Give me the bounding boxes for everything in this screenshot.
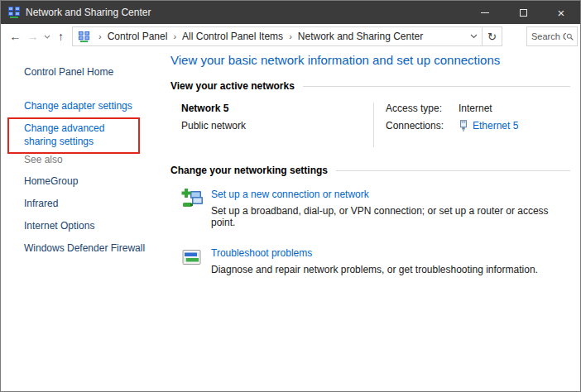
back-button[interactable]: ←	[7, 30, 24, 43]
crumb-separator-icon: ›	[289, 31, 292, 41]
breadcrumb-item-all-items[interactable]: All Control Panel Items	[182, 31, 283, 42]
titlebar: Network and Sharing Center ×	[1, 1, 580, 24]
close-icon: ×	[558, 7, 565, 19]
connections-label: Connections:	[386, 120, 459, 131]
networking-settings-section-header: Change your networking settings	[170, 165, 570, 176]
network-details: Access type: Internet Connections:	[374, 103, 518, 147]
sidebar-item-change-adapter-settings[interactable]: Change adapter settings	[24, 100, 163, 112]
access-type-value: Internet	[459, 103, 492, 114]
active-networks-label: View your active networks	[170, 80, 295, 92]
network-identity: Network 5 Public network	[181, 103, 373, 147]
sidebar-item-control-panel-home[interactable]: Control Panel Home	[24, 66, 163, 78]
network-sharing-center-window: Network and Sharing Center × ← → ↑ › Con…	[0, 0, 581, 392]
sidebar-item-homegroup[interactable]: HomeGroup	[24, 174, 145, 189]
setup-connection-description: Set up a broadband, dial-up, or VPN conn…	[211, 205, 570, 228]
section-divider-line	[303, 86, 570, 87]
troubleshoot-link[interactable]: Troubleshoot problems	[211, 247, 538, 259]
window-body: Control Panel Home Change adapter settin…	[1, 49, 580, 391]
page-title: View your basic network information and …	[170, 53, 570, 67]
minimize-icon	[481, 12, 489, 13]
up-button[interactable]: ↑	[52, 30, 70, 43]
ethernet-icon	[459, 120, 468, 131]
sidebar-item-change-advanced-sharing-settings[interactable]: Change advanced sharing settings	[24, 122, 104, 147]
connection-link-ethernet5[interactable]: Ethernet 5	[473, 120, 518, 131]
setup-connection-link[interactable]: Set up a new connection or network	[211, 189, 570, 200]
breadcrumb-item-control-panel[interactable]: Control Panel	[108, 31, 168, 42]
see-also-section: See also HomeGroup Infrared Internet Opt…	[1, 154, 145, 263]
window-title: Network and Sharing Center	[26, 7, 466, 18]
refresh-button[interactable]: ↻	[483, 26, 502, 46]
close-button[interactable]: ×	[542, 1, 580, 24]
search-box[interactable]	[526, 26, 578, 46]
network-location-icon	[78, 31, 90, 43]
search-input[interactable]	[531, 31, 566, 41]
troubleshoot-icon	[181, 247, 203, 275]
connections-row: Connections: Ethernet 5	[386, 120, 518, 131]
forward-button[interactable]: →	[24, 30, 41, 43]
sidebar-item-infrared[interactable]: Infrared	[24, 196, 145, 211]
maximize-button[interactable]	[504, 1, 542, 24]
annotation-red-box: Change advanced sharing settings	[7, 117, 140, 154]
setup-connection-text: Set up a new connection or network Set u…	[211, 189, 570, 228]
address-dropdown[interactable]	[465, 34, 482, 39]
main-content: View your basic network information and …	[163, 49, 580, 391]
access-type-label: Access type:	[386, 103, 459, 114]
troubleshoot-description: Diagnose and repair network problems, or…	[211, 264, 538, 275]
active-networks-section-header: View your active networks	[170, 80, 570, 92]
section-divider-line	[336, 170, 570, 171]
troubleshoot-text: Troubleshoot problems Diagnose and repai…	[211, 247, 538, 275]
crumb-separator-icon: ›	[98, 31, 102, 41]
annotation-highlight: Change advanced sharing settings	[7, 117, 163, 154]
access-type-row: Access type: Internet	[386, 103, 518, 114]
see-also-label: See also	[24, 154, 145, 165]
minimize-button[interactable]	[466, 1, 504, 24]
crumb-separator-icon: ›	[173, 31, 176, 41]
network-type: Public network	[181, 120, 373, 131]
network-app-icon	[7, 6, 21, 19]
network-name: Network 5	[181, 103, 373, 114]
breadcrumb-item-network-sharing[interactable]: Network and Sharing Center	[298, 31, 423, 42]
sidebar-item-windows-defender-firewall[interactable]: Windows Defender Firewall	[24, 241, 145, 256]
setup-connection-item: Set up a new connection or network Set u…	[181, 189, 570, 228]
troubleshoot-item: Troubleshoot problems Diagnose and repai…	[181, 247, 570, 275]
active-network-panel: Network 5 Public network Access type: In…	[181, 103, 570, 147]
navigation-toolbar: ← → ↑ › Control Panel › All Control Pane…	[1, 24, 580, 49]
sidebar-item-internet-options[interactable]: Internet Options	[24, 218, 145, 233]
sidebar: Control Panel Home Change adapter settin…	[1, 49, 163, 391]
address-bar[interactable]: › Control Panel › All Control Panel Item…	[72, 26, 483, 46]
maximize-icon	[520, 9, 527, 17]
networking-settings-label: Change your networking settings	[170, 165, 328, 176]
new-connection-icon	[181, 189, 203, 228]
recent-pages-dropdown[interactable]	[41, 35, 52, 39]
search-icon	[566, 32, 574, 41]
